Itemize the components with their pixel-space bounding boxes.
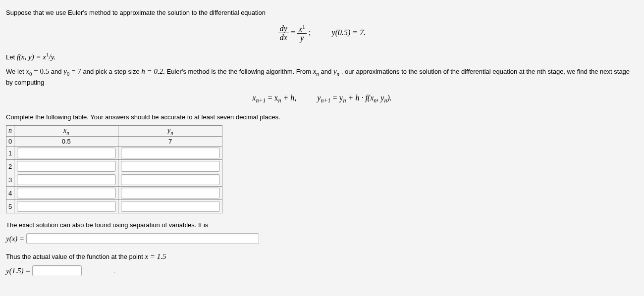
table-row: 4 <box>6 187 222 200</box>
x4-input[interactable] <box>17 188 116 198</box>
exact-text: The exact solution can also be found usi… <box>6 220 638 230</box>
y4-input[interactable] <box>121 188 220 198</box>
n-cell: 1 <box>6 147 14 160</box>
intro-text: Suppose that we use Euler's method to ap… <box>6 8 638 18</box>
y15-row: y(1.5) = . <box>6 265 638 277</box>
yx-row: y(x) = <box>6 233 638 245</box>
th-xn: xn <box>14 125 118 137</box>
table-row: 5 <box>6 200 222 213</box>
thus-text: Thus the actual value of the function at… <box>6 251 638 262</box>
x5-input[interactable] <box>17 201 116 212</box>
y15-input[interactable] <box>32 265 82 276</box>
n-cell: 2 <box>6 160 14 173</box>
table-row: 2 <box>6 160 222 173</box>
table-row: 0 0.5 7 <box>6 137 222 147</box>
n-cell: 3 <box>6 173 14 187</box>
x1-input[interactable] <box>17 148 116 158</box>
y3-input[interactable] <box>121 174 220 185</box>
n-cell: 4 <box>6 187 14 200</box>
welet-line: We let x0 = 0.5 and y0 = 7 and pick a st… <box>6 66 638 88</box>
main-equation: dy dx = x1 y ; y(0.5) = 7. <box>6 24 638 43</box>
n-cell: 0 <box>6 137 14 147</box>
y2-input[interactable] <box>121 161 220 172</box>
y-cell: 7 <box>118 137 222 147</box>
x2-input[interactable] <box>17 161 116 172</box>
x3-input[interactable] <box>17 174 116 185</box>
n-cell: 5 <box>6 200 14 213</box>
complete-instruction: Complete the following table. Your answe… <box>6 112 638 122</box>
recurrence-equation: xn+1 = xn + h, yn+1 = yn + h · f(xn, yn)… <box>6 94 638 104</box>
th-n: n <box>6 125 14 137</box>
yx-input[interactable] <box>26 233 259 244</box>
euler-table: n xn yn 0 0.5 7 1 2 3 4 <box>6 125 222 214</box>
table-row: 1 <box>6 147 222 160</box>
table-row: 3 <box>6 173 222 187</box>
th-yn: yn <box>118 125 222 137</box>
x-cell: 0.5 <box>14 137 118 147</box>
let-f-line: Let f(x, y) = x1/y. <box>6 50 638 63</box>
y5-input[interactable] <box>121 201 220 212</box>
y1-input[interactable] <box>121 148 220 158</box>
